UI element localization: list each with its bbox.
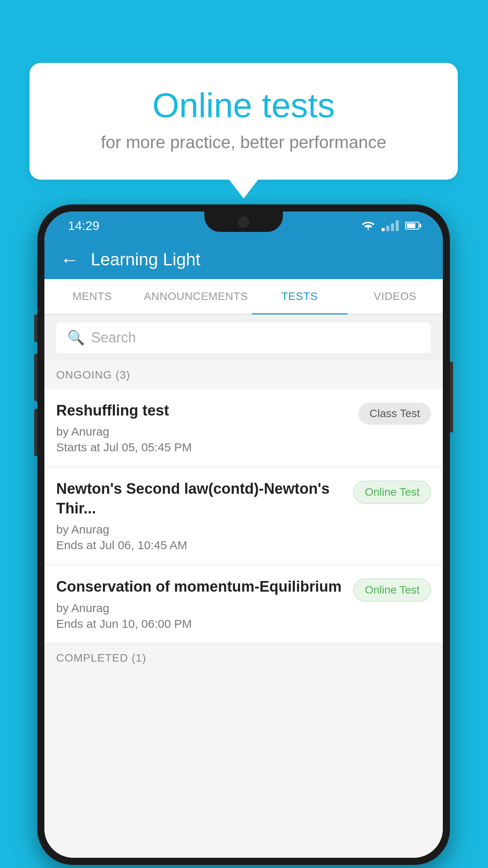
- tab-bar: MENTS ANNOUNCEMENTS TESTS VIDEOS: [44, 279, 443, 314]
- online-test-badge: Online Test: [353, 481, 431, 504]
- test-info: Conservation of momentum-Equilibrium by …: [56, 577, 353, 630]
- app-title: Learning Light: [91, 250, 200, 269]
- test-item[interactable]: Conservation of momentum-Equilibrium by …: [44, 565, 443, 642]
- tab-videos[interactable]: VIDEOS: [347, 279, 443, 314]
- test-time: Ends at Jun 10, 06:00 PM: [56, 617, 345, 631]
- speech-bubble: Online tests for more practice, better p…: [29, 63, 458, 180]
- test-by: by Anurag: [56, 523, 345, 536]
- bubble-title: Online tests: [61, 86, 426, 125]
- status-time: 14:29: [68, 219, 99, 233]
- search-container: 🔍 Search: [44, 314, 443, 361]
- side-button-vol-up[interactable]: [34, 354, 37, 401]
- tab-announcements[interactable]: ANNOUNCEMENTS: [140, 279, 252, 314]
- app-bar: ← Learning Light: [44, 240, 443, 279]
- phone-device: 14:29: [37, 204, 450, 865]
- test-time: Ends at Jul 06, 10:45 AM: [56, 539, 345, 552]
- test-item[interactable]: Reshuffling test by Anurag Starts at Jul…: [44, 389, 443, 466]
- test-name: Reshuffling test: [56, 401, 350, 420]
- tests-content: ONGOING (3) Reshuffling test by Anurag S…: [44, 361, 443, 858]
- tab-tests[interactable]: TESTS: [252, 279, 347, 314]
- search-box[interactable]: 🔍 Search: [56, 322, 431, 353]
- back-button[interactable]: ←: [60, 249, 79, 270]
- signal-icon: [382, 220, 399, 231]
- test-info: Newton's Second law(contd)-Newton's Thir…: [56, 479, 353, 552]
- test-item[interactable]: Newton's Second law(contd)-Newton's Thir…: [44, 467, 443, 564]
- front-camera: [238, 216, 250, 228]
- search-icon: 🔍: [67, 329, 85, 346]
- test-info: Reshuffling test by Anurag Starts at Jul…: [56, 401, 358, 454]
- online-test-badge: Online Test: [353, 579, 431, 601]
- side-button-power[interactable]: [450, 362, 453, 432]
- test-name: Newton's Second law(contd)-Newton's Thir…: [56, 479, 345, 518]
- test-by: by Anurag: [56, 425, 350, 438]
- bubble-subtitle: for more practice, better performance: [61, 132, 426, 152]
- class-test-badge: Class Test: [358, 403, 431, 425]
- side-button-mute[interactable]: [34, 314, 37, 342]
- ongoing-header: ONGOING (3): [44, 361, 443, 389]
- completed-header: COMPLETED (1): [44, 644, 443, 672]
- search-placeholder: Search: [91, 329, 136, 346]
- status-icons: [361, 220, 419, 231]
- test-by: by Anurag: [56, 601, 345, 615]
- battery-icon: [405, 222, 419, 230]
- phone-notch: [204, 211, 283, 232]
- side-button-vol-down[interactable]: [34, 409, 37, 456]
- test-name: Conservation of momentum-Equilibrium: [56, 577, 345, 596]
- test-time: Starts at Jul 05, 05:45 PM: [56, 441, 350, 454]
- tab-ments[interactable]: MENTS: [44, 279, 140, 314]
- wifi-icon: [361, 220, 375, 231]
